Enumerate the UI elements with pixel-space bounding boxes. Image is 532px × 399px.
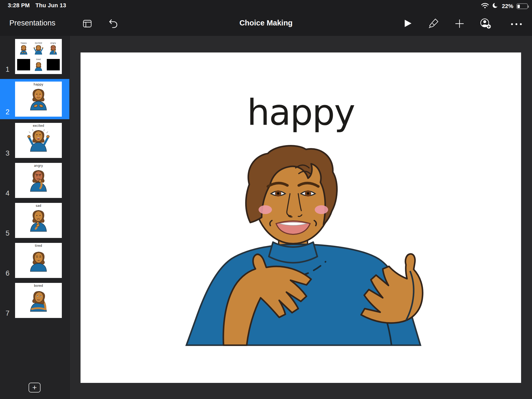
slide-number: 3 <box>0 149 15 158</box>
slide-thumbnail-5[interactable]: 5 sad <box>0 203 69 238</box>
slide-thumbnail-3[interactable]: 3 excited <box>0 123 69 158</box>
slide-thumbnail-4[interactable]: 4 angry <box>0 163 69 198</box>
slide-thumbnail-7[interactable]: 7 bored <box>0 283 69 318</box>
thumbnail-figure-angry <box>47 44 59 55</box>
status-bar-left: 3:28 PM Thu Jun 13 <box>8 2 66 9</box>
slide-thumbnail-1[interactable]: 1 happy excited angry <box>0 39 69 74</box>
plus-icon[interactable] <box>455 19 464 28</box>
slide-number: 4 <box>0 189 15 198</box>
grid-label: happy <box>21 42 27 44</box>
thumbnail-excited: excited <box>15 123 62 158</box>
status-time: 3:28 PM <box>8 2 30 9</box>
thumbnail-label: angry <box>34 164 43 168</box>
ellipsis-icon[interactable] <box>511 23 522 25</box>
moon-icon <box>492 2 499 10</box>
status-bar-right: 22% <box>481 2 528 10</box>
slide-text-happy[interactable]: happy <box>81 91 521 133</box>
happy-sign-illustration[interactable] <box>173 143 431 346</box>
thumbnail-angry: angry <box>15 163 62 198</box>
slide-number: 5 <box>0 229 15 238</box>
battery-icon <box>516 3 528 9</box>
thumbnail-figure-sad <box>25 208 52 232</box>
slide-navigator: 1 happy excited angry <box>0 36 70 399</box>
top-toolbar: 3:28 PM Thu Jun 13 22% Presentations <box>0 0 532 36</box>
thumbnail-figure-excited <box>25 128 52 152</box>
grid-label: angry <box>50 42 56 44</box>
add-slide-button[interactable]: + <box>29 383 41 393</box>
format-brush-icon[interactable] <box>429 18 439 29</box>
thumbnail-happy: happy <box>15 82 62 117</box>
status-date: Thu Jun 13 <box>36 2 66 9</box>
wifi-icon <box>481 3 489 10</box>
thumbnail-figure-bored <box>25 288 52 312</box>
thumbnail-sad: sad <box>15 203 62 238</box>
slide-thumbnail-2-selected[interactable]: 2 happy <box>0 79 69 119</box>
black-placeholder-box <box>47 59 60 70</box>
thumbnail-overview-grid: happy excited angry tired <box>15 39 62 74</box>
slide-number: 7 <box>0 309 15 318</box>
thumbnail-bored: bored <box>15 283 62 318</box>
thumbnail-label: bored <box>34 284 43 288</box>
thumbnail-label: sad <box>36 204 41 208</box>
thumbnail-figure-tired <box>32 61 44 71</box>
thumbnail-label: excited <box>33 124 44 128</box>
thumbnail-label: happy <box>34 83 43 86</box>
grid-label: excited <box>35 42 42 44</box>
slide-number: 6 <box>0 269 15 278</box>
keynote-app: 3:28 PM Thu Jun 13 22% Presentations <box>0 0 532 399</box>
slide-thumbnail-6[interactable]: 6 tired <box>0 243 69 278</box>
grid-cell-excited: excited <box>32 42 44 55</box>
thumbnail-figure-excited <box>32 44 44 55</box>
slide-list: 1 happy excited angry <box>0 36 69 318</box>
battery-percent: 22% <box>502 3 513 10</box>
presentations-back-button[interactable]: Presentations <box>9 18 55 28</box>
thumbnail-tired: tired <box>15 243 62 278</box>
play-icon[interactable] <box>404 19 412 28</box>
thumbnail-figure-angry <box>25 168 52 192</box>
thumbnail-figure-tired <box>25 248 52 272</box>
grid-cell-happy: happy <box>18 42 30 55</box>
grid-cell-angry: angry <box>47 42 59 55</box>
thumbnail-label: tired <box>35 244 42 248</box>
thumbnail-figure-happy <box>25 86 52 111</box>
grid-cell-tired: tired <box>32 58 44 71</box>
slide-number: 2 <box>0 108 15 117</box>
thumbnail-figure-happy <box>18 44 30 55</box>
grid-label: tired <box>36 58 41 61</box>
slide-number: 1 <box>0 65 15 74</box>
view-options-icon[interactable] <box>83 19 92 28</box>
document-title: Choice Making <box>0 19 532 27</box>
editor-canvas: happy <box>70 36 532 399</box>
black-placeholder-box <box>17 59 30 70</box>
add-person-icon[interactable] <box>480 18 492 29</box>
undo-icon[interactable] <box>109 19 118 29</box>
slide-canvas[interactable]: happy <box>81 52 521 383</box>
